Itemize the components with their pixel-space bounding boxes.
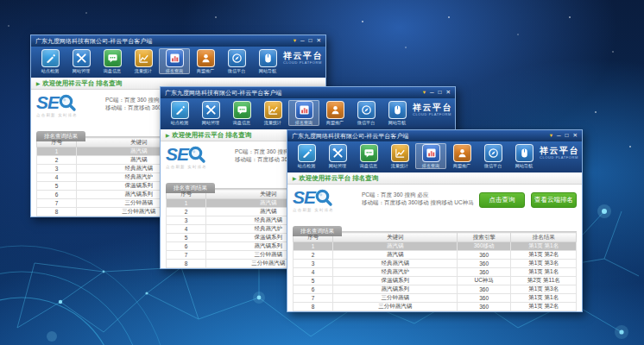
table-row[interactable]: 4经典蒸汽炉360第1页 第1名 [294,268,577,277]
close-button[interactable]: ✕ [317,38,321,44]
minimize-button[interactable]: ─ [430,90,434,96]
toolbar-item-traffic-stats[interactable]: 流量统计 [384,143,415,169]
seo-logo-text: SE [293,189,315,206]
mobile-engines-line: 移动端：百度移动 360移动 搜狗移动 UC神马 [362,198,479,206]
table-cell: 蒸汽锅 [333,251,458,260]
table-cell: 1 [294,242,333,251]
table-cell: 第1页 第2名 [511,303,577,311]
welcome-text: 欢迎使用祥云平台 排名查询 [299,174,378,183]
toolbar-item-wechat-platform[interactable]: 微信平台 [350,100,382,126]
toolbar-item-site-check[interactable]: 站点检测 [164,100,195,126]
table-cell: 2 [167,208,206,216]
toolbar-item-label: 微信平台 [357,121,375,126]
toolbar-item-site-check[interactable]: 站点检测 [35,48,66,74]
close-button[interactable]: ✕ [446,90,451,96]
chat-icon [233,101,251,119]
table-row[interactable]: 8三分钟蒸汽锅360第1页 第2名 [294,303,577,311]
tools-icon [202,101,220,119]
minimize-button[interactable]: ─ [557,133,561,139]
toolbar-item-inquiry-info[interactable]: 询盘信息 [97,48,128,74]
skin-menu-button[interactable]: ▾ [294,38,296,44]
toolbar-item-inquiry-info[interactable]: 询盘信息 [226,100,257,126]
table-cell: 7 [167,251,206,260]
maximize-button[interactable]: □ [309,38,313,44]
toolbar-item-label: 询盘信息 [104,69,121,74]
toolbar-item-site-nav[interactable]: 网站导航 [382,100,413,126]
table-cell: 1 [37,147,77,156]
table-cell: 6 [167,242,206,251]
toolbar-item-union-promo[interactable]: 商盟推广 [319,100,350,126]
table-row[interactable]: 6蒸汽锅系列360第1页 第3名 [294,285,577,294]
toolbar-item-label: 商盟推广 [326,121,344,126]
brand-logo: 祥云平台 CLOUD PLATFORM 祥 [283,48,326,65]
results-tab-strip: 排名查询结果 [293,221,577,232]
close-button[interactable]: ✕ [573,133,578,139]
table-cell: 三分钟蒸汽锅 [333,303,458,311]
chat-icon [104,49,122,67]
table-row[interactable]: 3经典蒸汽锅360第1页 第3名 [294,260,577,268]
brand-seal: 祥 [582,147,583,160]
table-row[interactable]: 5保温锅系列UC神马第2页 第11名 [294,277,577,285]
ranking-table: 序号关键词搜索引擎排名结果 1蒸汽锅360移动第1页 第1名2蒸汽锅360第1页… [293,232,577,312]
toolbar-item-union-promo[interactable]: 商盟推广 [446,143,477,169]
title-bar[interactable]: 广东九度网络科技有限公司-祥云平台客户端 ▾ ─ □ ✕ [31,35,325,47]
table-cell: 2 [37,156,77,165]
toolbar-item-site-manage[interactable]: 网站管理 [195,100,226,126]
compass-icon [484,144,502,162]
skin-menu-button[interactable]: ▾ [423,90,426,96]
compass-icon [357,101,376,119]
query-button[interactable]: 点击查询 [479,192,525,208]
table-cell: 7 [37,199,77,208]
table-row[interactable]: 1蒸汽锅360移动第1页 第1名 [294,242,577,251]
table-cell: 第1页 第1名 [511,268,577,277]
toolbar-item-wechat-platform[interactable]: 微信平台 [221,48,252,74]
app-window-front: 广东九度网络科技有限公司-祥云平台客户端 ▾ ─ □ ✕ 站点检测网站管理询盘信… [287,129,583,312]
view-cloud-rank-button[interactable]: 查看云端排名 [531,192,577,208]
toolbar-item-site-manage[interactable]: 网站管理 [322,143,353,169]
person-icon [453,144,471,162]
table-cell: 360 [457,268,511,277]
toolbar-item-label: 流量统计 [391,164,408,169]
toolbar-item-inquiry-info[interactable]: 询盘信息 [353,143,384,169]
table-row[interactable]: 7三分钟蒸锅360第1页 第1名 [294,294,577,303]
toolbar-item-label: 微信平台 [484,164,502,169]
toolbar-item-label: 微信平台 [228,69,245,74]
skin-menu-button[interactable]: ▾ [550,133,552,139]
toolbar-item-rank-query[interactable]: 排名查询 [159,48,190,74]
table-cell: 智能蒸汽锅 [333,311,458,313]
table-cell: 第1页 第1名 [511,311,577,313]
mouse-icon [259,49,277,67]
bar-chart-icon [295,101,313,119]
toolbar-item-label: 网站导航 [515,164,533,169]
minimize-button[interactable]: ─ [300,38,305,44]
toolbar-item-rank-query[interactable]: 排名查询 [288,100,319,126]
toolbar-item-site-manage[interactable]: 网站管理 [66,48,97,74]
maximize-button[interactable]: □ [439,90,442,96]
toolbar-item-site-nav[interactable]: 网站导航 [252,48,283,74]
magnifier-icon [314,188,333,207]
toolbar-items: 站点检测网站管理询盘信息流量统计排名查询商盟推广微信平台网站导航 [35,48,283,74]
brand-name: 祥云平台 [540,147,579,155]
maximize-button[interactable]: □ [565,133,569,139]
table-cell: 第1页 第3名 [511,260,577,268]
table-cell: 三分钟蒸锅 [333,294,458,303]
table-row[interactable]: 2蒸汽锅360第1页 第2名 [294,251,577,260]
title-bar[interactable]: 广东九度网络科技有限公司-祥云平台客户端 ▾ ─ □ ✕ [161,87,455,98]
toolbar-item-traffic-stats[interactable]: 流量统计 [128,48,159,74]
toolbar-item-rank-query[interactable]: 排名查询 [415,143,446,169]
toolbar-item-wechat-platform[interactable]: 微信平台 [477,143,508,169]
brand-name: 祥云平台 [283,52,323,60]
toolbar-item-site-nav[interactable]: 网站导航 [508,143,540,169]
toolbar-item-label: 询盘信息 [360,164,377,169]
toolbar-items: 站点检测网站管理询盘信息流量统计排名查询商盟推广微信平台网站导航 [291,143,540,169]
table-cell: 经典蒸汽炉 [333,268,458,277]
window-title: 广东九度网络科技有限公司-祥云平台客户端 [35,37,294,46]
table-cell: 第1页 第2名 [511,251,577,260]
toolbar-item-traffic-stats[interactable]: 流量统计 [257,100,288,126]
brand-subtitle: CLOUD PLATFORM [413,112,452,116]
table-cell: 6 [37,191,77,199]
toolbar-item-site-check[interactable]: 站点检测 [291,143,322,169]
toolbar-item-union-promo[interactable]: 商盟推广 [190,48,221,74]
table-row[interactable]: 9智能蒸汽锅搜狗第1页 第1名 [294,311,577,313]
title-bar[interactable]: 广东九度网络科技有限公司-祥云平台客户端 ▾ ─ □ ✕ [287,130,582,141]
